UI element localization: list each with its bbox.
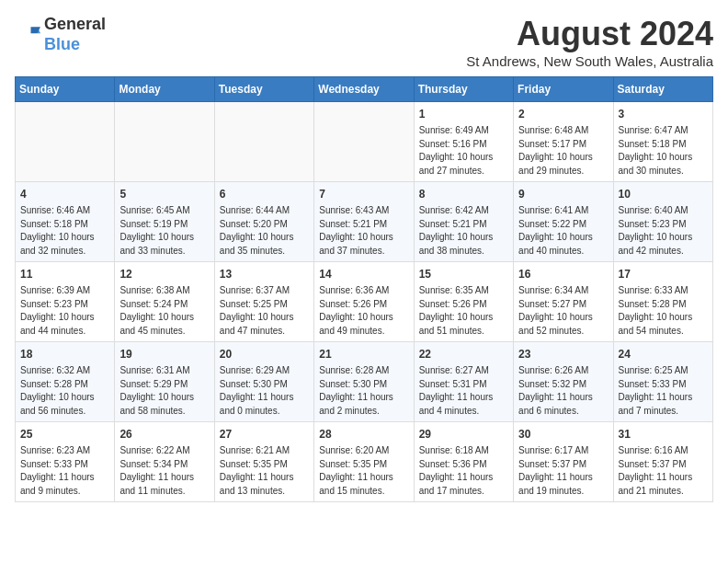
week-row-4: 18Sunrise: 6:32 AM Sunset: 5:28 PM Dayli… <box>16 342 713 422</box>
calendar-cell: 22Sunrise: 6:27 AM Sunset: 5:31 PM Dayli… <box>414 342 513 422</box>
calendar-cell: 27Sunrise: 6:21 AM Sunset: 5:35 PM Dayli… <box>214 422 313 502</box>
day-number: 12 <box>119 266 209 282</box>
day-number: 13 <box>220 266 309 282</box>
calendar-cell: 17Sunrise: 6:33 AM Sunset: 5:28 PM Dayli… <box>613 262 712 342</box>
calendar-cell: 21Sunrise: 6:28 AM Sunset: 5:30 PM Dayli… <box>314 342 414 422</box>
calendar-cell: 6Sunrise: 6:44 AM Sunset: 5:20 PM Daylig… <box>214 182 313 262</box>
day-number: 4 <box>20 186 109 202</box>
day-number: 15 <box>419 266 508 282</box>
day-info: Sunrise: 6:38 AM Sunset: 5:24 PM Dayligh… <box>119 284 209 338</box>
day-info: Sunrise: 6:42 AM Sunset: 5:21 PM Dayligh… <box>419 204 508 258</box>
day-info: Sunrise: 6:25 AM Sunset: 5:33 PM Dayligh… <box>619 364 708 418</box>
calendar-cell: 28Sunrise: 6:20 AM Sunset: 5:35 PM Dayli… <box>314 422 414 502</box>
day-number: 2 <box>518 106 608 122</box>
day-number: 9 <box>518 186 608 202</box>
day-number: 31 <box>619 426 708 442</box>
day-header-sunday: Sunday <box>16 77 115 102</box>
day-number: 14 <box>319 266 408 282</box>
calendar-cell: 14Sunrise: 6:36 AM Sunset: 5:26 PM Dayli… <box>314 262 414 342</box>
calendar-cell: 11Sunrise: 6:39 AM Sunset: 5:23 PM Dayli… <box>16 262 115 342</box>
week-row-1: 1Sunrise: 6:49 AM Sunset: 5:16 PM Daylig… <box>16 102 713 182</box>
day-info: Sunrise: 6:29 AM Sunset: 5:30 PM Dayligh… <box>220 364 309 418</box>
calendar-cell: 31Sunrise: 6:16 AM Sunset: 5:37 PM Dayli… <box>613 422 712 502</box>
calendar-cell <box>314 102 414 182</box>
day-header-wednesday: Wednesday <box>314 77 414 102</box>
calendar-cell: 15Sunrise: 6:35 AM Sunset: 5:26 PM Dayli… <box>414 262 513 342</box>
day-info: Sunrise: 6:21 AM Sunset: 5:35 PM Dayligh… <box>220 444 309 498</box>
page-header: General Blue August 2024 St Andrews, New… <box>15 15 713 69</box>
day-info: Sunrise: 6:45 AM Sunset: 5:19 PM Dayligh… <box>119 204 209 258</box>
day-info: Sunrise: 6:43 AM Sunset: 5:21 PM Dayligh… <box>319 204 408 258</box>
day-info: Sunrise: 6:49 AM Sunset: 5:16 PM Dayligh… <box>419 124 508 178</box>
calendar-cell: 13Sunrise: 6:37 AM Sunset: 5:25 PM Dayli… <box>214 262 313 342</box>
calendar-cell: 18Sunrise: 6:32 AM Sunset: 5:28 PM Dayli… <box>16 342 115 422</box>
day-info: Sunrise: 6:44 AM Sunset: 5:20 PM Dayligh… <box>220 204 309 258</box>
calendar-cell: 5Sunrise: 6:45 AM Sunset: 5:19 PM Daylig… <box>115 182 214 262</box>
day-info: Sunrise: 6:41 AM Sunset: 5:22 PM Dayligh… <box>518 204 608 258</box>
calendar-cell: 23Sunrise: 6:26 AM Sunset: 5:32 PM Dayli… <box>514 342 613 422</box>
day-info: Sunrise: 6:34 AM Sunset: 5:27 PM Dayligh… <box>518 284 608 338</box>
day-number: 1 <box>419 106 508 122</box>
title-block: August 2024 St Andrews, New South Wales,… <box>466 15 713 69</box>
month-year: August 2024 <box>466 15 713 53</box>
calendar-cell: 12Sunrise: 6:38 AM Sunset: 5:24 PM Dayli… <box>115 262 214 342</box>
calendar-cell: 4Sunrise: 6:46 AM Sunset: 5:18 PM Daylig… <box>16 182 115 262</box>
calendar-cell <box>214 102 313 182</box>
header-row: SundayMondayTuesdayWednesdayThursdayFrid… <box>16 77 713 102</box>
day-info: Sunrise: 6:16 AM Sunset: 5:37 PM Dayligh… <box>619 444 708 498</box>
day-number: 26 <box>119 426 209 442</box>
calendar-cell: 19Sunrise: 6:31 AM Sunset: 5:29 PM Dayli… <box>115 342 214 422</box>
calendar-table: SundayMondayTuesdayWednesdayThursdayFrid… <box>15 76 713 502</box>
logo-general-text: General <box>44 15 106 33</box>
week-row-5: 25Sunrise: 6:23 AM Sunset: 5:33 PM Dayli… <box>16 422 713 502</box>
day-info: Sunrise: 6:37 AM Sunset: 5:25 PM Dayligh… <box>220 284 309 338</box>
day-header-thursday: Thursday <box>414 77 513 102</box>
day-info: Sunrise: 6:40 AM Sunset: 5:23 PM Dayligh… <box>619 204 708 258</box>
day-number: 3 <box>619 106 708 122</box>
day-info: Sunrise: 6:32 AM Sunset: 5:28 PM Dayligh… <box>20 364 109 418</box>
day-info: Sunrise: 6:47 AM Sunset: 5:18 PM Dayligh… <box>619 124 708 178</box>
day-info: Sunrise: 6:18 AM Sunset: 5:36 PM Dayligh… <box>419 444 508 498</box>
day-info: Sunrise: 6:22 AM Sunset: 5:34 PM Dayligh… <box>119 444 209 498</box>
day-info: Sunrise: 6:31 AM Sunset: 5:29 PM Dayligh… <box>119 364 209 418</box>
day-header-saturday: Saturday <box>613 77 712 102</box>
day-number: 21 <box>319 346 408 362</box>
day-info: Sunrise: 6:36 AM Sunset: 5:26 PM Dayligh… <box>319 284 408 338</box>
logo: General Blue <box>15 15 106 54</box>
calendar-cell: 7Sunrise: 6:43 AM Sunset: 5:21 PM Daylig… <box>314 182 414 262</box>
day-number: 28 <box>319 426 408 442</box>
calendar-cell: 10Sunrise: 6:40 AM Sunset: 5:23 PM Dayli… <box>613 182 712 262</box>
calendar-cell: 1Sunrise: 6:49 AM Sunset: 5:16 PM Daylig… <box>414 102 513 182</box>
day-number: 7 <box>319 186 408 202</box>
day-number: 6 <box>220 186 309 202</box>
day-info: Sunrise: 6:27 AM Sunset: 5:31 PM Dayligh… <box>419 364 508 418</box>
day-number: 25 <box>20 426 109 442</box>
calendar-cell: 24Sunrise: 6:25 AM Sunset: 5:33 PM Dayli… <box>613 342 712 422</box>
day-number: 11 <box>20 266 109 282</box>
day-info: Sunrise: 6:35 AM Sunset: 5:26 PM Dayligh… <box>419 284 508 338</box>
day-number: 20 <box>220 346 309 362</box>
day-info: Sunrise: 6:23 AM Sunset: 5:33 PM Dayligh… <box>20 444 109 498</box>
day-number: 29 <box>419 426 508 442</box>
logo-blue-text: Blue <box>44 35 80 53</box>
day-number: 19 <box>119 346 209 362</box>
logo-icon <box>15 22 40 48</box>
calendar-cell: 30Sunrise: 6:17 AM Sunset: 5:37 PM Dayli… <box>514 422 613 502</box>
day-header-monday: Monday <box>115 77 214 102</box>
calendar-cell: 29Sunrise: 6:18 AM Sunset: 5:36 PM Dayli… <box>414 422 513 502</box>
calendar-body: 1Sunrise: 6:49 AM Sunset: 5:16 PM Daylig… <box>16 102 713 502</box>
calendar-cell: 9Sunrise: 6:41 AM Sunset: 5:22 PM Daylig… <box>514 182 613 262</box>
day-info: Sunrise: 6:48 AM Sunset: 5:17 PM Dayligh… <box>518 124 608 178</box>
day-info: Sunrise: 6:39 AM Sunset: 5:23 PM Dayligh… <box>20 284 109 338</box>
day-header-tuesday: Tuesday <box>214 77 313 102</box>
day-info: Sunrise: 6:26 AM Sunset: 5:32 PM Dayligh… <box>518 364 608 418</box>
day-info: Sunrise: 6:28 AM Sunset: 5:30 PM Dayligh… <box>319 364 408 418</box>
calendar-cell <box>16 102 115 182</box>
day-number: 23 <box>518 346 608 362</box>
day-number: 16 <box>518 266 608 282</box>
calendar-cell: 26Sunrise: 6:22 AM Sunset: 5:34 PM Dayli… <box>115 422 214 502</box>
calendar-cell: 25Sunrise: 6:23 AM Sunset: 5:33 PM Dayli… <box>16 422 115 502</box>
day-number: 27 <box>220 426 309 442</box>
day-number: 10 <box>619 186 708 202</box>
day-number: 18 <box>20 346 109 362</box>
